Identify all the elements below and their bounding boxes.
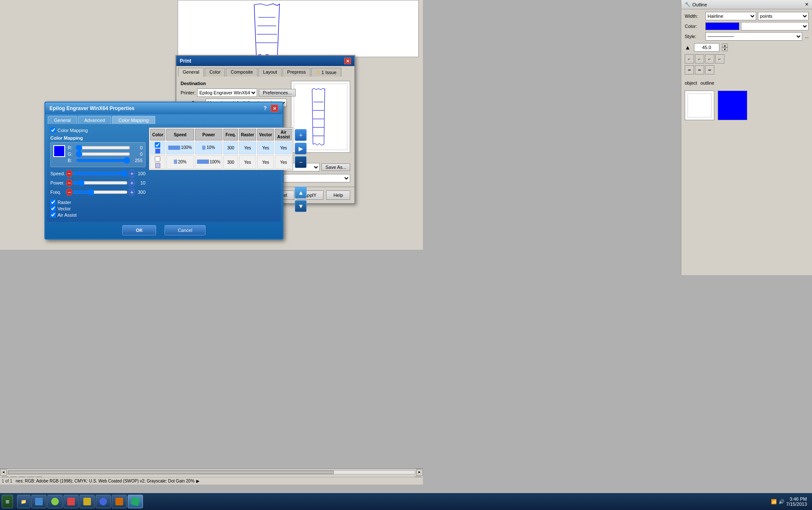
- epilog-tab-color-mapping[interactable]: Color Mapping: [112, 116, 155, 124]
- tab-issue[interactable]: ⚠ 1 Issue: [311, 68, 341, 77]
- corner-icon-1[interactable]: ⌐: [685, 54, 694, 63]
- row1-check[interactable]: [155, 142, 160, 148]
- taskbar-app-8[interactable]: [128, 495, 143, 508]
- cell-power-1: 10%: [195, 141, 223, 154]
- color-mapping-checkbox[interactable]: [50, 127, 56, 133]
- g-label: G:: [68, 152, 74, 157]
- right-arrow-btn[interactable]: ▶: [295, 143, 307, 154]
- raster-checkbox[interactable]: [50, 199, 56, 205]
- svg-line-0: [254, 5, 256, 55]
- power-label: Power.: [50, 180, 66, 185]
- taskbar-app-7[interactable]: [112, 495, 127, 508]
- add-row-btn[interactable]: +: [295, 129, 307, 141]
- epilog-title: Epilog Engraver WinX64 Properties: [49, 105, 134, 111]
- points-dropdown[interactable]: points: [758, 12, 809, 20]
- speed-row: Speed. − + 100: [50, 170, 145, 177]
- cell-vector-2: Yes: [257, 155, 274, 168]
- tab-layout[interactable]: Layout: [258, 68, 282, 77]
- epilog-cancel-btn[interactable]: Cancel: [165, 225, 205, 235]
- freq-minus[interactable]: −: [66, 188, 72, 196]
- color-select[interactable]: [741, 22, 809, 30]
- epilog-tab-advanced[interactable]: Advanced: [78, 116, 111, 124]
- line-icon-3[interactable]: ━: [705, 65, 714, 74]
- taskbar-app-5[interactable]: [80, 495, 95, 508]
- freq-plus[interactable]: +: [129, 188, 135, 196]
- move-up-btn[interactable]: ▲: [295, 187, 307, 198]
- epilog-close-btn[interactable]: ✕: [271, 105, 278, 112]
- g-slider[interactable]: [76, 152, 130, 157]
- b-slider[interactable]: [76, 158, 130, 163]
- epilog-dialog: Epilog Engraver WinX64 Properties ? ✕ Ge…: [44, 102, 283, 240]
- width-dropdown[interactable]: Hairline: [705, 12, 756, 20]
- vector-check-row: Vector: [50, 206, 145, 211]
- help-btn[interactable]: Help: [326, 190, 350, 200]
- vector-label: Vector: [58, 206, 71, 211]
- print-title: Print: [180, 58, 191, 64]
- corner-icon-2[interactable]: ⌐: [695, 54, 704, 63]
- tab-color[interactable]: Color: [205, 68, 225, 77]
- expand-arrow[interactable]: ▶: [196, 479, 200, 483]
- speed-slider[interactable]: [73, 171, 128, 176]
- table-row[interactable]: 100% 10% 300 Yes: [150, 141, 292, 154]
- style-dropdown[interactable]: ────────: [705, 32, 802, 41]
- epilog-ok-btn[interactable]: OK: [122, 225, 156, 235]
- line-icon-2[interactable]: ━: [695, 65, 704, 74]
- tab-composite[interactable]: Composite: [226, 68, 258, 77]
- panel-close[interactable]: ✕: [805, 2, 809, 7]
- save-as-btn[interactable]: Save As...: [321, 163, 350, 171]
- cell-airassist-1: Yes: [275, 141, 292, 154]
- corner-icon-4[interactable]: ⌐: [715, 54, 724, 63]
- air-assist-checkbox[interactable]: [50, 212, 56, 218]
- power-slider[interactable]: [73, 180, 128, 185]
- rgb-color-preview: [53, 145, 65, 157]
- taskbar-app-6[interactable]: [96, 495, 111, 508]
- epilog-tab-general[interactable]: General: [48, 116, 77, 124]
- vector-checkbox[interactable]: [50, 206, 56, 211]
- r-value: 0: [132, 145, 143, 150]
- corner-icon-3[interactable]: ⌐: [705, 54, 714, 63]
- speed-minus[interactable]: −: [66, 170, 72, 177]
- power-minus[interactable]: −: [66, 179, 72, 187]
- printer-dropdown[interactable]: Epilog Engraver WinX64: [197, 88, 257, 97]
- preferences-btn[interactable]: Preferences...: [259, 89, 295, 96]
- line-icon-1[interactable]: ━: [685, 65, 694, 74]
- print-close-btn[interactable]: ✕: [344, 58, 351, 64]
- right-panel: 🔧 Outline ✕ Width: Hairline points Color…: [681, 0, 812, 275]
- degree-input[interactable]: [694, 43, 719, 52]
- tab-general[interactable]: General: [178, 68, 204, 77]
- h-scrollbar-thumb[interactable]: [8, 471, 334, 474]
- table-row[interactable]: 20% 100% 300 Yes: [150, 155, 292, 168]
- freq-row: Freq. − + 300: [50, 188, 145, 196]
- scroll-right-btn[interactable]: ►: [416, 469, 423, 476]
- taskbar-app-1[interactable]: 📁: [17, 495, 30, 508]
- air-assist-label: Air Assist: [58, 212, 77, 218]
- power-plus[interactable]: +: [129, 179, 135, 187]
- style-more[interactable]: ...: [805, 34, 809, 39]
- cell-color-1: [150, 141, 165, 154]
- width-label: Width:: [685, 14, 704, 19]
- degree-down[interactable]: ▼: [722, 47, 728, 51]
- r-slider[interactable]: [76, 145, 130, 150]
- tab-prepress[interactable]: Prepress: [283, 68, 310, 77]
- freq-slider[interactable]: [73, 190, 128, 195]
- start-btn[interactable]: ⊞: [2, 495, 13, 508]
- degree-up[interactable]: ▲: [722, 44, 728, 47]
- h-scrollbar-track[interactable]: [8, 470, 415, 474]
- color-swatch[interactable]: [705, 22, 739, 30]
- freq-label: Freq.: [50, 190, 66, 195]
- app5-icon: [83, 498, 91, 505]
- row2-check[interactable]: [155, 156, 160, 162]
- move-down-btn[interactable]: ▼: [295, 200, 307, 212]
- taskbar-app-3[interactable]: [47, 495, 63, 508]
- speed-bar-2: [174, 160, 177, 164]
- remove-row-btn[interactable]: −: [295, 156, 307, 168]
- scroll-left-btn[interactable]: ◄: [0, 469, 7, 476]
- volume-icon: 🔊: [779, 499, 785, 504]
- speed-plus[interactable]: +: [129, 170, 135, 177]
- taskbar-app-4[interactable]: [63, 495, 79, 508]
- taskbar-app-2[interactable]: [31, 495, 47, 508]
- h-scrollbar[interactable]: ◄ ►: [0, 469, 423, 475]
- col-vector: Vector: [257, 129, 274, 141]
- epilog-help-icon[interactable]: ?: [261, 105, 269, 112]
- app8-icon: [131, 497, 140, 506]
